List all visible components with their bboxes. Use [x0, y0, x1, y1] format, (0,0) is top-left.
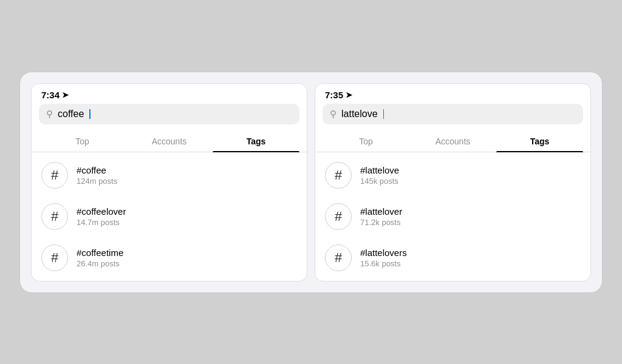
- tab-top-1[interactable]: Top: [39, 130, 126, 152]
- tag-item-1-2[interactable]: # #coffeetime 26.4m posts: [32, 237, 307, 278]
- cursor-2: [383, 109, 384, 119]
- hash-icon-1-0: #: [41, 162, 68, 189]
- search-text-2[interactable]: lattelove: [341, 109, 378, 120]
- tab-tags-2[interactable]: Tags: [496, 130, 583, 152]
- cursor-1: [89, 109, 91, 119]
- hash-icon-2-2: #: [325, 244, 352, 271]
- hash-icon-2-1: #: [325, 203, 352, 230]
- tag-posts-2-1: 71.2k posts: [360, 218, 402, 227]
- tag-info-1-1: #coffeelover 14.7m posts: [77, 206, 126, 227]
- tag-posts-2-2: 15.6k posts: [360, 259, 407, 268]
- hash-icon-1-2: #: [41, 244, 68, 271]
- outer-container: 7:34 ➤ ⚲ coffee Top Accounts Tags # #cof…: [19, 72, 603, 293]
- tab-accounts-1[interactable]: Accounts: [126, 130, 213, 152]
- location-icon-2: ➤: [346, 90, 352, 99]
- search-icon-2: ⚲: [330, 109, 337, 120]
- tag-name-1-0: #coffee: [77, 165, 117, 175]
- status-bar-1: 7:34 ➤: [32, 84, 307, 104]
- search-bar-2[interactable]: ⚲ lattelove: [323, 104, 583, 124]
- tag-name-2-2: #lattelovers: [360, 248, 407, 258]
- tab-top-2[interactable]: Top: [323, 130, 409, 152]
- panel-lattelove: 7:35 ➤ ⚲ lattelove Top Accounts Tags # #…: [315, 83, 591, 281]
- tag-name-1-2: #coffeetime: [77, 248, 123, 258]
- tab-tags-1[interactable]: Tags: [213, 130, 299, 152]
- hash-icon-2-0: #: [325, 162, 352, 189]
- tag-info-2-1: #lattelover 71.2k posts: [360, 206, 402, 227]
- search-text-1[interactable]: coffee: [58, 109, 84, 120]
- tag-list-2: # #lattelove 145k posts # #lattelover 71…: [315, 152, 590, 281]
- hash-icon-1-1: #: [41, 203, 68, 230]
- tag-item-1-1[interactable]: # #coffeelover 14.7m posts: [32, 196, 307, 237]
- tabs-1: Top Accounts Tags: [32, 130, 307, 152]
- tag-info-1-0: #coffee 124m posts: [77, 165, 117, 186]
- status-bar-2: 7:35 ➤: [315, 84, 590, 104]
- tag-name-2-1: #lattelover: [360, 206, 402, 217]
- tag-info-2-0: #lattelove 145k posts: [360, 165, 399, 186]
- tag-item-1-0[interactable]: # #coffee 124m posts: [32, 155, 307, 196]
- location-icon-1: ➤: [62, 90, 69, 99]
- search-icon-1: ⚲: [46, 109, 53, 120]
- search-bar-1[interactable]: ⚲ coffee: [39, 104, 299, 124]
- tag-name-2-0: #lattelove: [360, 165, 399, 175]
- panel-coffee: 7:34 ➤ ⚲ coffee Top Accounts Tags # #cof…: [31, 83, 307, 281]
- tag-item-2-0[interactable]: # #lattelove 145k posts: [315, 155, 590, 196]
- tab-accounts-2[interactable]: Accounts: [409, 130, 496, 152]
- tag-item-2-1[interactable]: # #lattelover 71.2k posts: [315, 196, 590, 237]
- tag-info-2-2: #lattelovers 15.6k posts: [360, 248, 407, 268]
- status-time-2: 7:35: [325, 90, 343, 100]
- tag-name-1-1: #coffeelover: [77, 206, 126, 217]
- tag-posts-1-1: 14.7m posts: [77, 218, 126, 227]
- tag-posts-1-2: 26.4m posts: [77, 259, 123, 268]
- tag-posts-2-0: 145k posts: [360, 177, 399, 186]
- tag-list-1: # #coffee 124m posts # #coffeelover 14.7…: [32, 152, 307, 281]
- tag-posts-1-0: 124m posts: [77, 177, 117, 186]
- tag-item-2-2[interactable]: # #lattelovers 15.6k posts: [315, 237, 590, 278]
- tag-info-1-2: #coffeetime 26.4m posts: [77, 248, 123, 268]
- status-time-1: 7:34: [41, 90, 60, 100]
- tabs-2: Top Accounts Tags: [315, 130, 590, 152]
